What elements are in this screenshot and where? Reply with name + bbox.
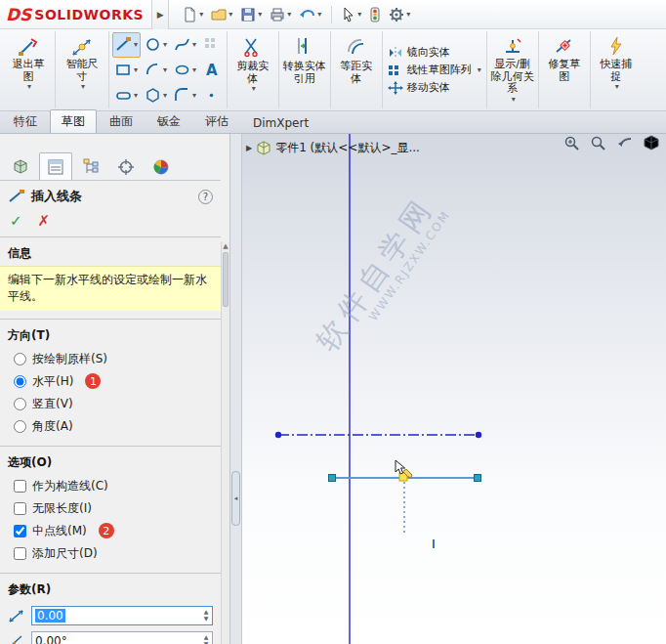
tab-dimxpert[interactable]: DimXpert <box>241 112 320 133</box>
propertymanager-tab[interactable] <box>39 152 72 180</box>
configurationmanager-tab[interactable] <box>74 152 107 180</box>
circle-tool-button[interactable]: ▾ <box>142 32 170 58</box>
checkbox-infinite[interactable]: 无限长度(I) <box>0 497 221 520</box>
panel-title-row: 插入线条 ? <box>0 181 221 210</box>
smart-dimension-button[interactable]: 智能尺寸 ▾ <box>59 32 105 107</box>
repair-sketch-button[interactable]: 修复草图 <box>542 32 587 107</box>
horizontal-radio[interactable] <box>14 375 26 388</box>
quick-snaps-label: 快速捕捉 <box>599 59 634 83</box>
angle-radio[interactable] <box>14 420 26 433</box>
feature-tree-flyout[interactable]: ▶ 零件1 (默认<<默认>_显... <box>246 140 420 156</box>
checkbox-midpoint[interactable]: 中点线(M) 2 <box>0 520 221 542</box>
dropdown-caret-icon: ▾ <box>199 11 203 19</box>
radio-angle[interactable]: 角度(A) <box>0 415 221 438</box>
scroll-up-icon[interactable]: ▲ <box>222 241 229 251</box>
linear-pattern-button[interactable]: 线性草图阵列 ▾ <box>388 63 481 77</box>
exit-sketch-button[interactable]: 退出草图 ▾ <box>5 32 52 107</box>
undo-button[interactable]: ▾ <box>296 5 324 24</box>
cancel-button[interactable]: ✗ <box>38 212 51 230</box>
move-entities-button[interactable]: 移动实体 <box>388 80 481 95</box>
convert-entities-button[interactable]: 转换实体引用 <box>282 32 327 107</box>
radio-vertical[interactable]: 竖直(V) <box>0 393 221 415</box>
as-sketched-radio[interactable] <box>14 353 26 365</box>
tab-sketch[interactable]: 草图 <box>50 109 97 133</box>
length-value: 0.00 <box>35 609 65 623</box>
slot-tool-button[interactable]: ▾ <box>112 83 141 108</box>
radio-as-sketched[interactable]: 按绘制原样(S) <box>0 348 221 370</box>
checkbox-construction[interactable]: 作为构造线(C) <box>0 475 221 497</box>
zoom-area-button[interactable] <box>590 135 607 151</box>
line-endpoint-handle[interactable] <box>475 475 481 482</box>
displaymanager-tab[interactable] <box>145 152 178 180</box>
tree-item-label: 零件1 (默认<<默认>_显... <box>275 140 420 156</box>
angle-input[interactable]: 0.00° ▲▼ <box>31 631 213 644</box>
ok-button[interactable]: ✓ <box>10 212 22 230</box>
line-tool-button[interactable]: ▾ <box>112 32 141 58</box>
display-delete-relations-button[interactable]: 显示/删除几何关系 ▾ <box>490 32 535 107</box>
panel-collapse-handle[interactable]: ◂ <box>231 471 240 526</box>
point-tool-button[interactable] <box>200 83 224 108</box>
spline-tool-button[interactable]: ▾ <box>171 32 199 58</box>
view-orientation-button[interactable] <box>643 135 660 151</box>
help-button[interactable]: ? <box>198 190 213 204</box>
offset-entities-button[interactable]: 等距实体 <box>334 32 379 107</box>
text-tool-button[interactable]: A <box>200 58 224 83</box>
ribbon-group-dimension: 智能尺寸 ▾ <box>56 31 109 108</box>
linear-pattern-icon <box>388 64 403 77</box>
graphics-area[interactable]: 软件自学网 WWW.RJZXW.COM ▶ 零件1 (默认<<默认>_显... <box>242 134 666 644</box>
print-button[interactable]: ▾ <box>267 5 294 24</box>
featuremanager-tab[interactable] <box>4 152 37 180</box>
options-button[interactable]: ▾ <box>386 5 413 24</box>
sketch-pattern-tool-button[interactable] <box>200 32 224 58</box>
previous-view-button[interactable] <box>616 135 634 151</box>
midpoint-line-label: 中点线(M) <box>32 523 87 539</box>
panel-scrollbar[interactable]: ▲ <box>221 241 229 644</box>
length-input[interactable]: 0.00 ▲▼ <box>31 606 213 625</box>
ellipse-tool-button[interactable]: ▾ <box>171 58 199 83</box>
menu-expand-button[interactable]: ▶ <box>151 0 169 29</box>
message-section: 信息 编辑下一新水平线的设定或绘制一新水平线。 <box>0 237 221 320</box>
dropdown-caret-icon: ▾ <box>163 66 167 74</box>
checkbox-add-dimension[interactable]: 添加尺寸(D) <box>0 542 221 565</box>
ok-cancel-row: ✓ ✗ <box>0 210 221 237</box>
centerline-endpoint[interactable] <box>275 432 281 438</box>
polygon-tool-button[interactable]: ▾ <box>142 83 170 108</box>
centerline-endpoint[interactable] <box>476 432 481 438</box>
line-endpoint-handle[interactable] <box>329 475 336 482</box>
scrollbar-thumb[interactable] <box>223 252 229 307</box>
tab-features[interactable]: 特征 <box>2 109 49 133</box>
rebuild-button[interactable] <box>366 5 384 24</box>
add-dimension-checkbox[interactable] <box>14 547 26 560</box>
rectangle-icon <box>115 62 132 78</box>
dimxpert-target-icon <box>117 158 135 176</box>
fillet-tool-button[interactable]: ▾ <box>171 83 199 108</box>
rectangle-tool-button[interactable]: ▾ <box>112 58 141 83</box>
midpoint-line-checkbox[interactable] <box>14 525 26 537</box>
spinner-icon[interactable]: ▲▼ <box>201 633 211 644</box>
quick-snaps-button[interactable]: 快速捕捉 ▾ <box>594 32 639 107</box>
tree-expand-icon[interactable]: ▶ <box>246 144 252 152</box>
select-button[interactable]: ▾ <box>339 5 364 24</box>
infinite-length-checkbox[interactable] <box>14 502 26 515</box>
mirror-entities-button[interactable]: 镜向实体 <box>388 45 481 60</box>
tab-sheet-metal[interactable]: 钣金 <box>146 109 192 133</box>
tab-evaluate[interactable]: 评估 <box>193 109 240 133</box>
new-document-button[interactable]: ▾ <box>179 5 206 24</box>
mirror-entities-label: 镜向实体 <box>407 45 450 60</box>
spinner-icon[interactable]: ▲▼ <box>201 608 211 623</box>
vertical-radio[interactable] <box>14 398 26 410</box>
construction-checkbox[interactable] <box>14 480 26 493</box>
tab-surfaces[interactable]: 曲面 <box>98 109 145 133</box>
radio-horizontal[interactable]: 水平(H) 1 <box>0 370 221 393</box>
save-button[interactable]: ▾ <box>237 5 265 24</box>
sketch-canvas[interactable] <box>242 134 666 644</box>
exit-sketch-icon <box>17 35 40 59</box>
open-button[interactable]: ▾ <box>208 5 235 24</box>
dropdown-caret-icon: ▾ <box>163 92 167 100</box>
arc-tool-button[interactable]: ▾ <box>142 58 170 83</box>
construction-label: 作为构造线(C) <box>32 478 108 494</box>
zoom-fit-button[interactable] <box>563 135 581 151</box>
dimxpertmanager-tab[interactable] <box>109 152 143 180</box>
panel-splitter[interactable]: ◂ <box>230 134 242 644</box>
trim-entities-button[interactable]: 剪裁实体 ▾ <box>230 32 275 107</box>
